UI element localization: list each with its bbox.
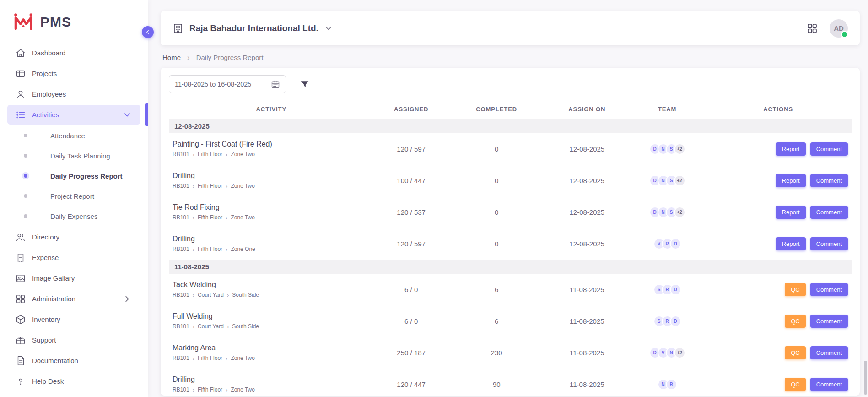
sidebar-item-documentation[interactable]: Documentation [7, 351, 140, 370]
activities-submenu: Attendance Daily Task Planning Daily Pro… [0, 125, 148, 226]
comment-button[interactable]: Comment [810, 237, 848, 250]
sidebar-item-expense[interactable]: Expense [7, 248, 140, 267]
sidebar-item-label: Expense [32, 254, 59, 261]
team-member-avatar[interactable]: D [670, 315, 681, 327]
comment-button[interactable]: Comment [810, 142, 848, 156]
sidebar-item-attendance[interactable]: Attendance [0, 125, 148, 146]
sidebar-item-dashboard[interactable]: Dashboard [7, 43, 140, 63]
documentation-icon [16, 356, 26, 366]
sidebar-item-label: Activities [32, 111, 59, 119]
breadcrumb-home[interactable]: Home [162, 54, 181, 61]
page-scrollbar-thumb[interactable] [864, 361, 867, 395]
sidebar-item-inventory[interactable]: Inventory [7, 310, 140, 329]
sidebar-item-support[interactable]: Support [7, 330, 140, 350]
chevron-right-icon: › [226, 215, 227, 221]
comment-button[interactable]: Comment [810, 206, 848, 219]
activity-location-path: RB101›Fifth Floor›Zone One [173, 246, 370, 252]
sidebar-item-label: Help Desk [32, 377, 64, 385]
sidebar-item-project-report[interactable]: Project Report [0, 186, 148, 206]
activity-location-path: RB101›Fifth Floor›Zone Two [173, 214, 370, 221]
assign-on-date: 11-08-2025 [545, 337, 630, 369]
company-selector[interactable]: Raja Bahadur International Ltd. [173, 23, 333, 34]
comment-button[interactable]: Comment [810, 378, 848, 391]
assigned-value: 100 / 447 [374, 165, 449, 196]
sidebar-item-help-desk[interactable]: Help Desk [7, 371, 140, 391]
comment-button[interactable]: Comment [810, 283, 848, 296]
sidebar-item-daily-task-planning[interactable]: Daily Task Planning [0, 146, 148, 166]
location-segment: Fifth Floor [198, 183, 222, 189]
sidebar-item-administration[interactable]: Administration [7, 289, 140, 309]
date-range-input[interactable]: 11-08-2025 to 16-08-2025 [169, 75, 286, 93]
team-member-avatar[interactable]: R [666, 379, 677, 390]
filter-button[interactable] [300, 79, 310, 89]
activity-row: DrillingRB101›Fifth Floor›Zone Two120 / … [169, 369, 852, 396]
assigned-value: 120 / 597 [374, 133, 449, 165]
chevron-right-icon [122, 294, 132, 304]
table-header: Activity Assigned Completed Assign On Te… [169, 100, 852, 119]
team-avatar-group: DNS+2 [649, 207, 685, 218]
assign-on-date: 11-08-2025 [545, 369, 630, 396]
team-extra-badge[interactable]: +2 [674, 207, 685, 218]
location-segment: RB101 [173, 355, 189, 361]
bullet-icon [24, 174, 27, 178]
sidebar: PMS Dashboard Projects [0, 0, 148, 397]
app-logo[interactable]: PMS [0, 0, 148, 42]
activity-location-path: RB101›Fifth Floor›Zone Two [173, 386, 370, 393]
sidebar-item-daily-expenses[interactable]: Daily Expenses [0, 206, 148, 226]
activity-row: Tie Rod FixingRB101›Fifth Floor›Zone Two… [169, 196, 852, 228]
company-name: Raja Bahadur International Ltd. [189, 23, 318, 33]
qc-button[interactable]: QC [785, 378, 806, 391]
apps-grid-icon[interactable] [807, 23, 818, 34]
team-avatar-group: SRD [653, 315, 681, 327]
user-avatar[interactable]: AD [830, 19, 848, 38]
activity-location-path: RB101›Fifth Floor›Zone Two [173, 183, 370, 189]
sidebar-item-projects[interactable]: Projects [7, 64, 140, 83]
comment-button[interactable]: Comment [810, 346, 848, 359]
sidebar-item-employees[interactable]: Employees [7, 84, 140, 104]
comment-button[interactable]: Comment [810, 315, 848, 328]
team-extra-badge[interactable]: +2 [674, 143, 685, 155]
activity-location-path: RB101›Fifth Floor›Zone Two [173, 151, 370, 158]
chevron-right-icon: › [193, 324, 194, 330]
sidebar-item-image-gallary[interactable]: Image Gallary [7, 268, 140, 288]
sidebar-item-label: Documentation [32, 357, 78, 364]
column-header-actions: Actions [705, 100, 852, 119]
team-extra-badge[interactable]: +2 [674, 347, 685, 359]
assigned-value: 120 / 597 [374, 228, 449, 260]
chevron-right-icon: › [227, 292, 229, 298]
sidebar-subitem-label: Daily Task Planning [50, 152, 110, 160]
column-header-activity: Activity [169, 100, 374, 119]
chevron-right-icon: › [193, 246, 194, 252]
report-button[interactable]: Report [776, 206, 806, 219]
completed-value: 6 [449, 274, 545, 305]
location-segment: Zone Two [231, 214, 254, 221]
sidebar-item-daily-progress-report[interactable]: Daily Progress Report [0, 166, 148, 186]
report-button[interactable]: Report [776, 174, 806, 187]
chevron-right-icon: › [226, 246, 227, 252]
team-extra-badge[interactable]: +2 [674, 175, 685, 186]
qc-button[interactable]: QC [785, 315, 806, 328]
sidebar-item-activities[interactable]: Activities [7, 105, 140, 125]
chevron-right-icon: › [193, 292, 194, 298]
team-member-avatar[interactable]: D [670, 284, 681, 295]
chevron-down-icon [324, 24, 333, 33]
qc-button[interactable]: QC [785, 346, 806, 359]
location-segment: Court Yard [198, 323, 224, 330]
comment-button[interactable]: Comment [810, 174, 848, 187]
sidebar-subitem-label: Attendance [50, 132, 85, 140]
support-icon [16, 335, 26, 345]
location-segment: Zone One [231, 246, 255, 252]
report-button[interactable]: Report [776, 237, 806, 250]
chevron-right-icon: › [193, 387, 194, 393]
column-header-assigned: Assigned [374, 100, 449, 119]
team-member-avatar[interactable]: D [670, 238, 681, 250]
sidebar-item-directory[interactable]: Directory [7, 227, 140, 247]
report-button[interactable]: Report [776, 142, 806, 156]
qc-button[interactable]: QC [785, 283, 806, 296]
date-group-row: 12-08-2025 [169, 119, 852, 133]
employees-icon [16, 89, 26, 99]
location-segment: Zone Two [231, 183, 254, 189]
directory-icon [16, 232, 26, 242]
sidebar-collapse-button[interactable] [142, 26, 154, 38]
bullet-icon [24, 134, 27, 137]
